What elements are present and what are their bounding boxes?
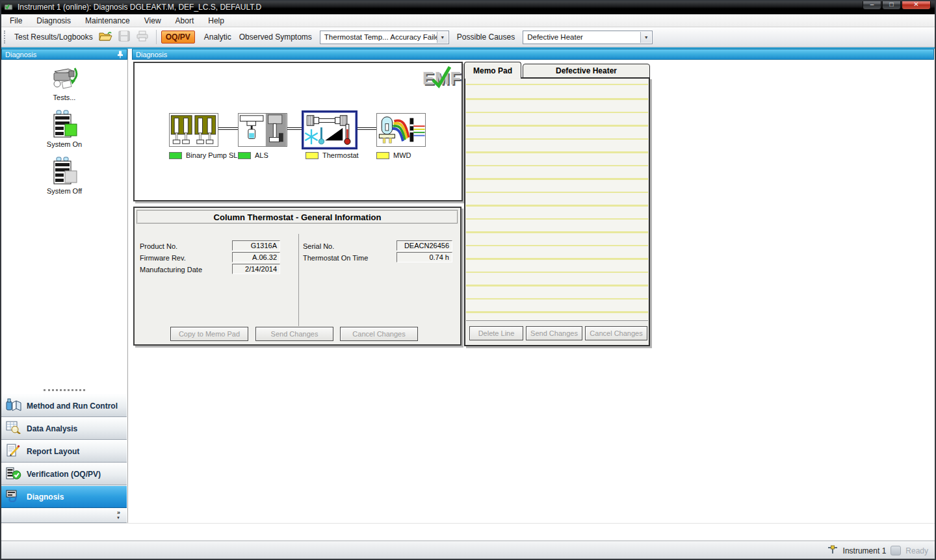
save-button[interactable]: [116, 30, 132, 44]
menu-maintenance[interactable]: Maintenance: [78, 15, 137, 27]
menu-view[interactable]: View: [137, 15, 168, 27]
analytic-label: Analytic: [204, 32, 231, 42]
nav-label: Diagnosis: [27, 492, 64, 502]
chevron-down-icon[interactable]: ▼: [437, 32, 448, 43]
sidebar: Diagnosis Tests...: [1, 49, 128, 523]
module-label: MWD: [393, 151, 411, 159]
firmware-rev-label: Firmware Rev.: [140, 254, 186, 262]
menu-abort[interactable]: Abort: [168, 15, 202, 27]
product-no-label: Product No.: [140, 242, 177, 250]
cancel-changes-button[interactable]: Cancel Changes: [340, 327, 418, 341]
system-off-icon: [50, 157, 79, 186]
data-analysis-icon: [6, 421, 21, 436]
menu-bar: File Diagnosis Maintenance View Abort He…: [0, 14, 936, 27]
copy-to-memo-pad-button[interactable]: Copy to Memo Pad: [170, 327, 248, 341]
memo-button-row: Delete Line Send Changes Cancel Changes: [465, 322, 649, 345]
oqpv-badge[interactable]: OQ/PV: [161, 31, 195, 44]
flow-connector: [218, 127, 240, 130]
tests-tool[interactable]: Tests...: [49, 64, 80, 101]
pin-icon[interactable]: [116, 51, 124, 58]
module-binary-pump[interactable]: [169, 113, 218, 147]
menu-diagnosis[interactable]: Diagnosis: [29, 15, 78, 27]
menu-file[interactable]: File: [3, 15, 29, 27]
statusbar-ready-label: Ready: [905, 546, 928, 555]
open-folder-button[interactable]: [98, 30, 114, 44]
emf-status: EMF: [422, 67, 460, 92]
module-mwd[interactable]: [376, 113, 426, 147]
general-info-panel: Column Thermostat - General Information …: [133, 207, 462, 346]
module-als[interactable]: [238, 113, 287, 147]
module-thermostat[interactable]: [302, 110, 358, 149]
main-panel-title: Diagnosis: [136, 51, 167, 58]
possible-causes-value: Defective Heater: [527, 33, 583, 41]
chevron-down-icon[interactable]: ▼: [640, 32, 651, 43]
possible-causes-label: Possible Causes: [457, 32, 515, 42]
menu-help[interactable]: Help: [201, 15, 231, 27]
nav-data-analysis[interactable]: Data Analysis: [1, 417, 127, 440]
emf-check-icon: [426, 64, 456, 90]
sidebar-tools: Tests... System On: [1, 64, 127, 195]
nav-verification-oqpv[interactable]: Verification (OQ/PV): [1, 463, 127, 485]
tab-defective-heater[interactable]: Defective Heater: [523, 64, 650, 78]
print-button[interactable]: [135, 30, 150, 44]
printer-icon: [136, 31, 149, 44]
tab-memo-pad[interactable]: Memo Pad: [464, 62, 521, 79]
nav-label: Verification (OQ/PV): [27, 470, 101, 479]
thermostat-on-time-field[interactable]: 0.74 h: [396, 252, 452, 262]
memo-send-changes-button[interactable]: Send Changes: [526, 326, 582, 340]
ready-state-icon: [890, 546, 901, 555]
status-square: [306, 152, 318, 159]
status-square: [169, 152, 182, 159]
sidebar-panel-header: Diagnosis: [1, 49, 127, 60]
save-icon: [118, 31, 130, 44]
system-diagram-panel: EMF: [133, 62, 463, 201]
restore-button[interactable]: □: [882, 0, 901, 10]
report-layout-icon: [6, 444, 21, 459]
nav-diagnosis[interactable]: Diagnosis: [1, 485, 127, 508]
status-bar: Instrument 1 Ready: [0, 541, 936, 560]
binary-pump-icon: [170, 114, 218, 146]
als-icon: [239, 114, 287, 146]
main-panel-header: Diagnosis: [132, 49, 934, 60]
nav-report-layout[interactable]: Report Layout: [1, 440, 127, 463]
manufacturing-date-label: Manufacturing Date: [140, 266, 202, 274]
tests-icon: [49, 64, 80, 93]
folder-open-icon: [99, 31, 112, 44]
memo-pad-text-area[interactable]: [466, 79, 648, 321]
observed-symptoms-select[interactable]: Thermostat Temp... Accuracy Failed ▼: [320, 31, 449, 44]
memo-cancel-changes-button[interactable]: Cancel Changes: [585, 326, 647, 340]
nav-label: Data Analysis: [27, 424, 77, 433]
system-on-icon: [50, 110, 79, 140]
thermostat-icon: [304, 112, 354, 146]
window-title: Instrument 1 (online): Diagnosis DGLEAKT…: [18, 3, 261, 12]
title-bar: Instrument 1 (online): Diagnosis DGLEAKT…: [0, 0, 936, 14]
system-on-tool[interactable]: System On: [47, 110, 82, 148]
toolbar-grip[interactable]: [4, 31, 6, 44]
diagnosis-icon: [6, 489, 21, 504]
thermostat-on-time-label: Thermostat On Time: [303, 254, 368, 262]
system-off-tool[interactable]: System Off: [47, 157, 82, 195]
nav-label: Method and Run Control: [27, 401, 118, 411]
statusbar-instrument-label: Instrument 1: [843, 546, 887, 555]
product-no-field[interactable]: G1316A: [232, 240, 280, 251]
method-run-control-icon: [6, 398, 21, 413]
observed-symptoms-label: Observed Symptoms: [239, 32, 312, 42]
observed-symptoms-value: Thermostat Temp... Accuracy Failed: [324, 33, 443, 41]
nav-overflow-button[interactable]: » ▼: [1, 508, 127, 523]
sidebar-splitter-handle[interactable]: [44, 389, 85, 391]
possible-causes-select[interactable]: Defective Heater ▼: [523, 31, 653, 44]
memo-body: Delete Line Send Changes Cancel Changes: [464, 77, 650, 346]
toolbar-separator: [156, 30, 157, 44]
firmware-rev-field[interactable]: A.06.32: [232, 252, 280, 262]
close-button[interactable]: ✕: [902, 0, 931, 10]
minimize-button[interactable]: –: [863, 0, 881, 10]
chevron-more-icon: »: [117, 510, 120, 515]
nav-method-run-control[interactable]: Method and Run Control: [1, 394, 127, 417]
logbooks-label: Test Results/Logbooks: [14, 32, 93, 42]
delete-line-button[interactable]: Delete Line: [469, 326, 523, 340]
send-changes-button[interactable]: Send Changes: [255, 327, 333, 341]
module-status: Thermostat: [306, 151, 359, 159]
module-label: ALS: [255, 151, 268, 159]
serial-no-field[interactable]: DEACN26456: [396, 240, 452, 251]
manufacturing-date-field[interactable]: 2/14/2014: [232, 264, 280, 274]
